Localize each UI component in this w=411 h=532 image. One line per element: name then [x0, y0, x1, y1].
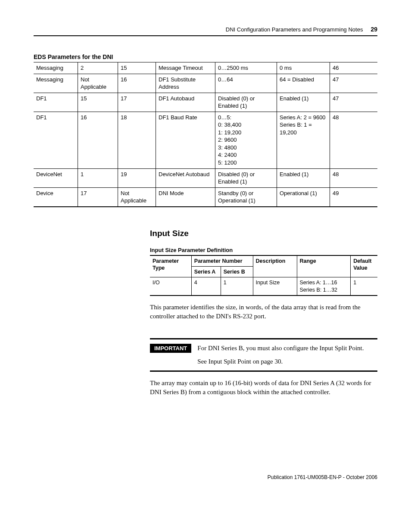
col-description: Description — [253, 255, 297, 277]
table-cell: Operational (1) — [277, 187, 330, 207]
table-cell: DeviceNet Autobaud — [156, 168, 215, 187]
table-cell: 1 — [78, 168, 118, 187]
table-cell: Not Applicable — [118, 187, 156, 207]
table-cell: 0…64 — [215, 74, 277, 93]
table-cell: Enabled (1) — [277, 93, 330, 112]
important-callout: IMPORTANT For DNI Series B, you must als… — [150, 338, 377, 372]
table-cell: 15 — [78, 93, 118, 112]
table-cell: 0…2500 ms — [215, 62, 277, 74]
table-cell: 48 — [330, 112, 378, 168]
input-size-para2: The array may contain up to 16 (16-bit) … — [150, 379, 377, 397]
def-range: Series A: 1…16 Series B: 1…32 — [297, 277, 351, 296]
table-cell: Messaging — [34, 62, 78, 74]
important-label: IMPORTANT — [150, 344, 191, 353]
col-param-type: Parameter Type — [150, 255, 191, 277]
table-cell: Disabled (0) or Enabled (1) — [215, 168, 277, 187]
table-cell: Messaging — [34, 74, 78, 93]
footer-publication: Publication 1761-UM005B-EN-P - October 2… — [34, 474, 377, 480]
col-series-a: Series A — [191, 267, 221, 277]
header-section: DNI Configuration Parameters and Program… — [226, 26, 363, 33]
page-header: DNI Configuration Parameters and Program… — [34, 26, 377, 36]
input-size-subhead: Input Size Parameter Definition — [150, 247, 377, 253]
col-series-b: Series B — [221, 267, 253, 277]
table-cell: 17 — [78, 187, 118, 207]
table-cell: DF1 Baud Rate — [156, 112, 215, 168]
def-default: 1 — [351, 277, 377, 296]
table-cell: 47 — [330, 93, 378, 112]
table-row: DF11618DF1 Baud Rate0…5: 0: 38,400 1: 19… — [34, 112, 377, 168]
table-row: Device17Not ApplicableDNI ModeStandby (0… — [34, 187, 377, 207]
table-cell: 48 — [330, 168, 378, 187]
table-cell: Not Applicable — [78, 74, 118, 93]
table-cell: Device — [34, 187, 78, 207]
input-size-heading: Input Size — [150, 229, 377, 238]
table-cell: 46 — [330, 62, 378, 74]
table-cell: DF1 Substitute Address — [156, 74, 215, 93]
table-cell: Series A: 2 = 9600 Series B: 1 = 19,200 — [277, 112, 330, 168]
table-cell: 15 — [118, 62, 156, 74]
table-row: Messaging215Message Timeout0…2500 ms0 ms… — [34, 62, 377, 74]
table-row: MessagingNot Applicable16DF1 Substitute … — [34, 74, 377, 93]
table-cell: DF1 — [34, 93, 78, 112]
table-cell: 16 — [118, 74, 156, 93]
def-a: 4 — [191, 277, 221, 296]
table-cell: 0…5: 0: 38,400 1: 19,200 2: 9600 3: 4800… — [215, 112, 277, 168]
col-default: Default Value — [351, 255, 377, 277]
table-cell: DeviceNet — [34, 168, 78, 187]
table-cell: 16 — [78, 112, 118, 168]
def-b: 1 — [221, 277, 253, 296]
eds-parameters-table: Messaging215Message Timeout0…2500 ms0 ms… — [34, 62, 377, 207]
important-text-1: For DNI Series B, you must also configur… — [197, 344, 364, 353]
table-cell: DF1 Autobaud — [156, 93, 215, 112]
input-size-para1: This parameter identifies the size, in w… — [150, 303, 377, 321]
col-range: Range — [297, 255, 351, 277]
table-cell: DF1 — [34, 112, 78, 168]
table-row: DF11517DF1 AutobaudDisabled (0) or Enabl… — [34, 93, 377, 112]
table-row: DeviceNet119DeviceNet AutobaudDisabled (… — [34, 168, 377, 187]
col-param-number: Parameter Number — [191, 255, 253, 267]
table-cell: 2 — [78, 62, 118, 74]
table-cell: DNI Mode — [156, 187, 215, 207]
important-text-2: See Input Split Point on page 30. — [197, 357, 364, 366]
table-cell: Enabled (1) — [277, 168, 330, 187]
eds-table-title: EDS Parameters for the DNI — [34, 53, 377, 60]
page-number: 29 — [371, 26, 377, 33]
table-cell: Standby (0) or Operational (1) — [215, 187, 277, 207]
table-cell: 18 — [118, 112, 156, 168]
def-desc: Input Size — [253, 277, 297, 296]
table-cell: 19 — [118, 168, 156, 187]
def-type: I/O — [150, 277, 191, 296]
table-cell: 47 — [330, 74, 378, 93]
input-size-definition-table: Parameter Type Parameter Number Descript… — [150, 255, 377, 296]
table-cell: 49 — [330, 187, 378, 207]
table-cell: 64 = Disabled — [277, 74, 330, 93]
table-cell: 17 — [118, 93, 156, 112]
table-cell: Disabled (0) or Enabled (1) — [215, 93, 277, 112]
table-cell: 0 ms — [277, 62, 330, 74]
table-cell: Message Timeout — [156, 62, 215, 74]
